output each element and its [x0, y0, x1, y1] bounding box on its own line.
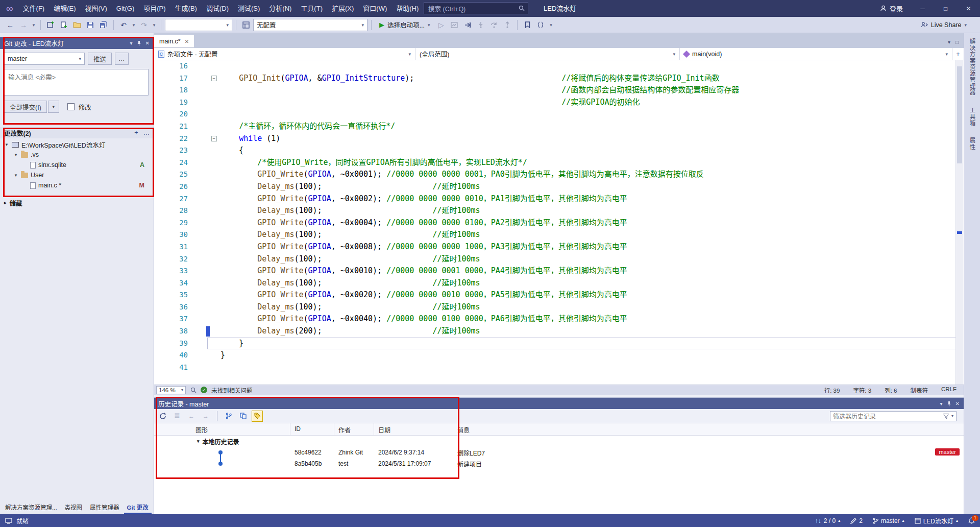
fold-margin[interactable] — [207, 349, 220, 362]
stash-section-header[interactable]: ▸ 储藏 — [0, 198, 154, 208]
list-view-icon[interactable]: ☰ — [172, 411, 183, 422]
tool-window-tab[interactable]: Git 更改 — [124, 501, 152, 514]
bookmark-icon[interactable] — [521, 19, 533, 31]
code-line[interactable]: 26 Delay_ms(100); //延时100ms — [154, 181, 964, 193]
configuration-icon[interactable] — [240, 19, 252, 31]
close-icon[interactable]: ✕ — [145, 40, 150, 46]
close-icon[interactable]: ✕ — [955, 401, 960, 406]
fold-margin[interactable] — [207, 108, 220, 121]
commit-message-input[interactable]: 输入消息 <必需> — [4, 69, 149, 95]
fold-margin[interactable]: − — [207, 73, 220, 85]
menu-item[interactable]: Git(G) — [112, 0, 139, 17]
feedback-icon[interactable] — [190, 387, 197, 393]
code-line[interactable]: 39 } — [154, 338, 964, 350]
project-dropdown[interactable]: C 杂项文件 - 无配置 ▾ — [154, 48, 415, 60]
chevron-down-icon[interactable]: ▾ — [13, 152, 18, 157]
code-line[interactable]: 17− GPIO_Init(GPIOA, &GPIO_InitStructure… — [154, 73, 964, 85]
fold-margin[interactable] — [207, 253, 220, 266]
code-editor[interactable]: 1617− GPIO_Init(GPIOA, &GPIO_InitStructu… — [154, 60, 964, 385]
close-button[interactable]: ✕ — [957, 0, 980, 17]
code-line[interactable]: 19 //实现GPIOA的初始化 — [154, 97, 964, 109]
current-repo-button[interactable]: LED流水灯 ▴ — [915, 516, 958, 525]
changes-more-icon[interactable]: … — [143, 129, 150, 136]
navigate-back-icon[interactable]: ← — [4, 19, 16, 31]
fold-margin[interactable] — [207, 325, 220, 338]
minimize-button[interactable]: ─ — [911, 0, 934, 17]
tree-item[interactable]: ▾.vs — [0, 150, 154, 160]
code-line[interactable]: 29 GPIO_Write(GPIOA, ~0x0004); //0000 00… — [154, 217, 964, 229]
new-project-icon[interactable] — [44, 19, 57, 31]
fold-margin[interactable] — [207, 338, 220, 350]
more-actions-button[interactable]: … — [115, 53, 129, 65]
tree-item[interactable]: ▾E:\WorkSpace\Git\LED流水灯 — [0, 139, 154, 150]
history-column-header[interactable]: 作者 — [334, 423, 374, 435]
fold-margin[interactable] — [207, 217, 220, 229]
code-line[interactable]: 24 /*使用GPIO_Write，同时设置GPIOA所有引脚的高低电平，实现L… — [154, 157, 964, 169]
fold-margin[interactable] — [207, 313, 220, 325]
code-line[interactable]: 31 GPIO_Write(GPIOA, ~0x0008); //0000 00… — [154, 241, 964, 253]
member-dropdown[interactable]: main(void) ▾ — [680, 48, 952, 60]
scrollbar-thumb[interactable] — [957, 66, 962, 163]
menu-item[interactable]: 文件(F) — [18, 0, 50, 17]
menu-item[interactable]: 帮助(H) — [391, 0, 423, 17]
tree-item[interactable]: main.c *M — [0, 180, 154, 190]
fold-margin[interactable] — [207, 229, 220, 241]
chevron-down-icon[interactable]: ▾ — [4, 142, 9, 147]
code-line[interactable]: 33 GPIO_Write(GPIOA, ~0x0010); //0000 00… — [154, 265, 964, 277]
tool-window-tab[interactable]: 类视图 — [62, 501, 86, 514]
feedback-monitor-icon[interactable] — [5, 518, 12, 524]
fold-margin[interactable] — [207, 241, 220, 253]
fold-margin[interactable] — [207, 181, 220, 193]
current-branch-button[interactable]: master ▴ — [873, 517, 904, 524]
code-line[interactable]: 20 — [154, 108, 964, 121]
history-row[interactable]: 58c49622Zhink Git2024/6/2 9:37:14删除LED7m… — [154, 447, 964, 458]
go-to-child-icon[interactable]: → — [200, 411, 211, 422]
editor-scrollbar[interactable] — [955, 60, 963, 385]
undo-icon[interactable]: ↶ — [117, 19, 130, 31]
navigate-forward-icon[interactable]: → — [17, 19, 30, 31]
changes-section-header[interactable]: 更改数(2) + … — [0, 127, 154, 138]
fold-collapse-icon[interactable]: − — [211, 136, 217, 141]
float-window-icon[interactable]: □ — [955, 39, 959, 45]
fold-margin[interactable] — [207, 362, 220, 374]
fold-margin[interactable] — [207, 157, 220, 169]
amend-checkbox[interactable] — [67, 103, 75, 110]
code-line[interactable]: 23 { — [154, 145, 964, 157]
menu-item[interactable]: 扩展(X) — [327, 0, 358, 17]
login-button[interactable]: 登录 — [872, 4, 911, 13]
save-all-icon[interactable] — [97, 19, 110, 31]
fold-margin[interactable] — [207, 265, 220, 277]
chevron-down-icon[interactable]: ▾ — [130, 40, 133, 46]
chevron-down-icon[interactable]: ▾ — [13, 173, 18, 178]
code-line[interactable]: 21 /*主循环，循环体内的代码会一直循环执行*/ — [154, 121, 964, 133]
commit-all-button[interactable]: 全部提交(I) — [4, 101, 47, 113]
start-debugging-button[interactable]: ▶ 选择启动项... ▾ — [375, 18, 434, 32]
menu-item[interactable]: 编辑(E) — [49, 0, 80, 17]
health-check-icon[interactable]: ✓ — [201, 387, 207, 393]
redo-dropdown-icon[interactable]: ▾ — [151, 19, 157, 31]
git-changes-header[interactable]: Git 更改 - LED流水灯 ▾ ✕ — [0, 37, 154, 49]
pin-icon[interactable] — [947, 401, 951, 406]
scope-dropdown[interactable]: (全局范围) ▾ — [415, 48, 680, 60]
chevron-down-icon[interactable]: ▾ — [940, 401, 943, 406]
fold-margin[interactable] — [207, 145, 220, 157]
step-into-icon[interactable] — [475, 19, 487, 31]
code-line[interactable]: 34 Delay_ms(100); //延时100ms — [154, 277, 964, 290]
stage-all-icon[interactable]: + — [134, 129, 138, 136]
tree-item[interactable]: slnx.sqliteA — [0, 160, 154, 170]
tree-item[interactable]: ▾User — [0, 170, 154, 180]
code-line[interactable]: 38 Delay_ms(200); //延时100ms — [154, 325, 964, 338]
history-column-header[interactable]: 消息 — [453, 423, 964, 435]
right-tool-tab[interactable]: 解决方案资源管理器 — [968, 38, 976, 96]
toolbar-overflow-icon[interactable]: ▾ — [548, 19, 554, 31]
menu-item[interactable]: 分析(N) — [264, 0, 296, 17]
new-branch-icon[interactable] — [223, 411, 234, 422]
pin-icon[interactable] — [137, 40, 141, 46]
maximize-button[interactable]: □ — [934, 0, 957, 17]
fold-margin[interactable] — [207, 193, 220, 205]
fold-margin[interactable] — [207, 121, 220, 133]
code-line[interactable]: 25 GPIO_Write(GPIOA, ~0x0001); //0000 00… — [154, 169, 964, 181]
go-to-parent-icon[interactable]: ← — [186, 411, 197, 422]
tool-window-tab[interactable]: 属性管理器 — [87, 501, 122, 514]
navigation-dropdown-icon[interactable]: ▾ — [31, 19, 37, 31]
